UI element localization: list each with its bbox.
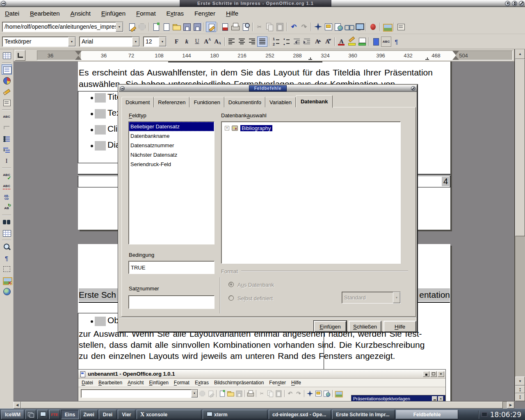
align-left-icon[interactable]	[226, 37, 237, 47]
url-combobox[interactable]: /home/rolf/openoffice/anleitungen/es_imp…	[2, 22, 123, 32]
scroll-up-button[interactable]: ▲	[515, 48, 525, 59]
next-page-button[interactable]: ▼ ▼	[515, 393, 525, 401]
list-item[interactable]: Datensatznummer	[129, 141, 214, 150]
insert-chart-icon[interactable]	[2, 75, 12, 86]
align-center-icon[interactable]	[237, 37, 247, 47]
edit-mode-icon[interactable]	[206, 22, 216, 32]
background-color-icon[interactable]	[357, 37, 367, 47]
menu-fenster[interactable]: Fenster	[194, 10, 215, 17]
style-dropdown-icon[interactable]: ▼	[68, 37, 75, 46]
superscript-icon[interactable]: A	[202, 37, 212, 47]
list-item-selected[interactable]: Beliebiger Datensatz	[129, 122, 214, 131]
decrease-indent-icon[interactable]	[292, 37, 302, 47]
thesaurus-icon[interactable]: AB- CD	[2, 192, 12, 202]
list-item[interactable]: Datenbankname	[129, 131, 214, 141]
bedingung-input[interactable]: TRUE	[128, 261, 215, 274]
horizontal-scrollbar[interactable]: ◀ ▶	[14, 401, 514, 409]
hilfe-button[interactable]: Hilfe	[383, 321, 416, 332]
bullets-icon[interactable]	[281, 37, 292, 47]
align-justify-icon[interactable]	[257, 37, 267, 47]
form-functions-icon[interactable]	[396, 22, 406, 32]
paste-icon[interactable]	[275, 22, 285, 32]
workspace-zwei[interactable]: Zwei	[80, 410, 98, 419]
menu-ansicht[interactable]: Ansicht	[71, 10, 91, 17]
einfuegen-button[interactable]: Einfügen	[314, 321, 347, 332]
stylist-icon[interactable]	[323, 22, 333, 32]
numbering-icon[interactable]	[271, 37, 281, 47]
insert-table-icon[interactable]	[2, 50, 12, 61]
feldbefehle-dialog[interactable]: Feldbefehle Dokument Referenzen Funktion…	[118, 84, 418, 332]
right-indent-marker[interactable]	[452, 51, 459, 60]
font-dropdown-icon[interactable]: ▼	[132, 37, 139, 46]
nonprinting-icon[interactable]: ¶	[2, 253, 12, 263]
left-indent-marker[interactable]	[75, 51, 82, 60]
vertical-scrollbar[interactable]: ▲ ▼ ▲ ▲ ▼ ▼	[514, 48, 525, 401]
menu-hilfe[interactable]: Hilfe	[226, 10, 238, 17]
save-icon[interactable]	[182, 22, 192, 32]
navigator-icon[interactable]	[313, 22, 323, 32]
paragraph-style-combobox[interactable]: Textkörper ▼	[2, 37, 76, 47]
fullscreen-icon[interactable]	[354, 22, 364, 32]
zoom-icon[interactable]	[2, 242, 12, 252]
aus-datenbank-radio[interactable]	[228, 282, 234, 287]
database-tree[interactable]: + Bibliography	[221, 121, 401, 264]
page-preview-icon[interactable]	[240, 22, 251, 32]
task-feldbefehle[interactable]: Feldbefehle	[396, 410, 458, 419]
size-dropdown-icon[interactable]: ▼	[159, 37, 166, 46]
expand-icon[interactable]: +	[225, 126, 229, 130]
tab-type-button[interactable]	[15, 50, 25, 61]
data-sources-icon[interactable]	[2, 228, 12, 238]
paragraph-dialog-icon[interactable]	[371, 37, 381, 47]
select-mode-icon[interactable]	[2, 264, 12, 274]
tab-funktionen[interactable]: Funktionen	[189, 97, 224, 107]
subscript-icon[interactable]: A	[212, 37, 223, 47]
align-right-icon[interactable]	[247, 37, 257, 47]
bullets-on-off-icon[interactable]	[2, 134, 12, 144]
scroll-down-button[interactable]: ▼	[515, 377, 525, 386]
schliessen-button[interactable]: Schließen	[349, 321, 381, 332]
underline-icon[interactable]: U	[192, 37, 202, 47]
horizontal-ruler[interactable]: 36 36 72 108 144 180 216 252 288 324 360…	[37, 50, 513, 60]
font-name-value[interactable]: Arial	[80, 38, 132, 45]
url-dropdown-icon[interactable]: ▼	[116, 22, 123, 32]
menu-bearbeiten[interactable]: Bearbeiten	[30, 10, 60, 17]
nonprinting-characters-icon[interactable]: ¶	[391, 37, 402, 47]
decrease-font-icon[interactable]: A	[322, 37, 333, 47]
direct-cursor-icon[interactable]: I	[2, 156, 12, 166]
increase-indent-icon[interactable]	[302, 37, 312, 47]
edit-file-icon[interactable]	[127, 22, 137, 32]
previous-page-button[interactable]: ▲ ▲	[515, 386, 525, 393]
window-list-button[interactable]	[25, 410, 36, 419]
insert-graphics-icon[interactable]	[382, 22, 392, 32]
workspace-vier[interactable]: Vier	[118, 410, 135, 419]
character-dialog-icon[interactable]: ABC	[381, 37, 391, 47]
aus-datenbank-label[interactable]: Aus Datenbank	[237, 282, 274, 288]
tab-variablen[interactable]: Variablen	[265, 97, 296, 107]
save-all-icon[interactable]	[192, 22, 202, 32]
scroll-right-button[interactable]: ▶	[507, 402, 514, 409]
selbst-definiert-radio[interactable]	[228, 295, 234, 301]
find-replace-icon[interactable]	[2, 217, 12, 227]
satznummer-input[interactable]	[128, 295, 215, 309]
list-item[interactable]: Nächster Datensatz	[129, 150, 214, 160]
draw-functions-icon[interactable]	[2, 87, 12, 97]
task-xterm[interactable]: xterm	[203, 410, 267, 419]
font-color-icon[interactable]: A	[336, 37, 347, 47]
window-menu-button[interactable]	[1, 1, 6, 6]
stop-loading-icon[interactable]	[137, 22, 147, 32]
horizontal-scroll-thumb[interactable]	[21, 402, 503, 409]
tree-row[interactable]: + Bibliography	[221, 122, 400, 131]
format-dropdown-value[interactable]: Standard	[342, 294, 393, 301]
new-document-icon[interactable]	[161, 22, 171, 32]
url-value[interactable]: /home/rolf/openoffice/anleitungen/es_imp…	[2, 23, 116, 30]
feldtyp-listbox[interactable]: Beliebiger Datensatz Datenbankname Daten…	[128, 121, 215, 244]
menu-extras[interactable]: Extras	[167, 10, 184, 17]
paragraph-style-value[interactable]: Textkörper	[2, 38, 68, 45]
auto-spellcheck-icon[interactable]: ABC	[2, 181, 12, 191]
task-cd-einleger[interactable]: cd-einleger.sxd - Ope...	[269, 410, 331, 419]
format-dropdown[interactable]: Standard ▼	[342, 292, 401, 304]
open-icon[interactable]	[171, 22, 182, 32]
maximize-button[interactable]	[512, 1, 517, 6]
copy-icon[interactable]	[265, 22, 275, 32]
insert-fields-icon[interactable]: ABC	[2, 112, 12, 122]
